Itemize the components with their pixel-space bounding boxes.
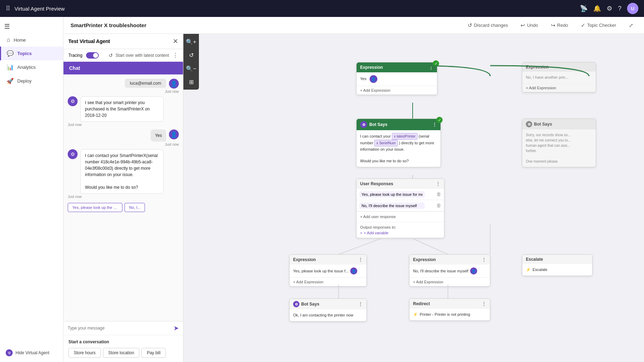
expression-no-node: Expression ⋮ No, I'll describe the issue… — [409, 254, 490, 286]
bot-says-avatar: ⚙ — [360, 121, 367, 128]
undo-icon: ↩ — [521, 22, 525, 29]
start-conversation: Start a conversation Store hours Store l… — [63, 335, 183, 362]
option-no-button[interactable]: No, I... — [124, 203, 145, 212]
expr-yes-dots[interactable]: ⋮ — [358, 257, 363, 263]
zoom-controls: 🔍+ ↺ 🔍− ⊞ — [183, 34, 199, 90]
discard-changes-button[interactable]: ↺ Discard changes — [464, 21, 512, 30]
expr-user-avatar: 👤 — [370, 75, 377, 83]
topics-icon: 💬 — [7, 50, 14, 57]
topic-checker-label: Topic Checker — [587, 23, 616, 28]
bot-says-right-header: ⚙ Bot Says — [522, 119, 596, 129]
bell-icon[interactable]: 🔔 — [593, 5, 601, 12]
user-email-bubble: luca@email.com — [125, 79, 166, 88]
redirect-dots[interactable]: ⋮ — [481, 301, 486, 307]
redo-button[interactable]: ↪ Redo — [547, 21, 572, 30]
add-expr-no-button[interactable]: + Add Expression — [409, 277, 490, 286]
response-input-no[interactable] — [359, 203, 425, 209]
page-title: SmartPrinter X troubleshooter — [71, 22, 458, 28]
bot-says-right-node: ⚙ Bot Says Sorry, our records show so...… — [522, 119, 596, 167]
var-tag-serial: x SerielNum — [374, 140, 397, 146]
avatar[interactable]: U — [627, 3, 638, 14]
grid-icon[interactable]: ⠿ — [6, 5, 10, 12]
app-title: Virtual Agent Preview — [14, 6, 576, 12]
expression-right-label: Expression — [526, 65, 549, 70]
bot-says-bottom-body: Ok, I am contacting the printer now — [290, 309, 366, 321]
sidebar-item-topics[interactable]: 💬 Topics — [0, 47, 63, 60]
store-location-button[interactable]: Store location — [103, 348, 139, 358]
gear-icon[interactable]: ⚙ — [607, 5, 612, 12]
message-time: Just now — [165, 143, 179, 146]
zoom-out-button[interactable]: 🔍− — [185, 62, 198, 75]
sidebar-item-deploy[interactable]: 🚀 Deploy — [0, 74, 63, 88]
bot-says-right-body: Sorry, our records show so...else, let m… — [522, 129, 596, 167]
chat-header-label: Chat — [69, 65, 80, 71]
expr-yes-body: Yes, please look up the issue f... 👤 — [290, 265, 366, 277]
sidebar-item-home[interactable]: ⌂ Home — [0, 33, 63, 47]
chat-option-buttons: Yes, please look up the issue for me No,… — [68, 201, 179, 213]
home-icon: ⌂ — [7, 37, 10, 43]
va-panel-more-icon[interactable]: ⋮ — [172, 52, 178, 59]
zoom-reset-button[interactable]: ↺ — [185, 49, 198, 61]
canvas-inner: ✓ Expression ⋮ Yes 👤 + Add Expression — [183, 34, 644, 362]
tracing-label: Tracing — [68, 53, 83, 58]
chat-messages: 👤 luca@email.com Just now ⚙ I see that y… — [63, 74, 183, 218]
user-avatar: 👤 — [169, 79, 179, 89]
expand-button[interactable]: ⤢ — [625, 21, 637, 30]
add-user-response-button[interactable]: + Add user response — [357, 211, 444, 222]
top-nav: ⠿ Virtual Agent Preview 📡 🔔 ⚙ ? U — [0, 0, 644, 17]
tracing-toggle[interactable] — [86, 52, 99, 59]
undo-label: Undo — [527, 23, 538, 28]
bot-message-with-avatar: ⚙ I can contact your SmartPrinterX(seria… — [68, 149, 179, 194]
bot-says-dots[interactable]: ⋮ — [432, 122, 437, 127]
sidebar-home-label: Home — [14, 37, 26, 43]
add-expression-right-button[interactable]: + Add Expression — [522, 83, 596, 92]
user-responses-dots[interactable]: ⋮ — [436, 181, 441, 187]
chat-input[interactable] — [68, 326, 171, 331]
expr-no-avatar: 👤 — [470, 267, 477, 274]
cast-icon[interactable]: 📡 — [580, 5, 588, 12]
bot-bottom-dots[interactable]: ⋮ — [358, 301, 363, 307]
expression-top-node: ✓ Expression ⋮ Yes 👤 + Add Expression — [356, 62, 437, 95]
va-panel-controls: Tracing ↺ Start over with latest content… — [63, 49, 183, 62]
chat-area: Chat 👤 luca@email.com Just now ⚙ — [63, 62, 183, 321]
help-icon[interactable]: ? — [618, 5, 621, 12]
add-expr-yes-button[interactable]: + Add Expression — [290, 277, 366, 286]
hide-va-button[interactable]: ⚙ Hide Virtual Agent — [0, 344, 63, 362]
svg-line-2 — [339, 239, 381, 254]
bot-bottom-avatar: ⚙ — [293, 301, 299, 307]
message-time: Just now — [68, 123, 81, 127]
expr-no-dots[interactable]: ⋮ — [481, 257, 486, 263]
va-panel-close-button[interactable]: ✕ — [173, 37, 178, 45]
start-over-label: Start over with latest content — [116, 53, 169, 58]
option-yes-button[interactable]: Yes, please look up the issue for me — [68, 203, 122, 212]
expression-top-header: Expression ⋮ — [357, 62, 437, 72]
va-bottom-icon: ⚙ — [8, 351, 11, 355]
store-hours-button[interactable]: Store hours — [68, 348, 101, 358]
delete-response-no-icon[interactable]: 🗑 — [436, 202, 441, 209]
start-over-button[interactable]: ↺ Start over with latest content — [109, 53, 169, 58]
expression-right-body: No, I have another prin... — [522, 72, 596, 83]
canvas-area: 🔍+ ↺ 🔍− ⊞ — [183, 34, 644, 362]
expression-top-label: Expression — [360, 65, 383, 70]
expression-top-dots[interactable]: ⋮ — [429, 65, 433, 70]
sidebar-item-analytics[interactable]: 📊 Analytics — [0, 60, 63, 74]
response-input-yes[interactable] — [359, 191, 425, 198]
sidebar-toggle[interactable]: ☰ — [0, 20, 63, 33]
add-expression-button[interactable]: + Add Expression — [357, 86, 437, 95]
delete-response-icon[interactable]: 🗑 — [436, 191, 441, 198]
fit-button[interactable]: ⊞ — [185, 76, 198, 88]
output-label: Output responses to: — [360, 225, 441, 229]
topic-checker-button[interactable]: ✓ Topic Checker — [577, 21, 620, 30]
undo-button[interactable]: ↩ Undo — [517, 21, 541, 30]
pay-bill-button[interactable]: Pay bill — [141, 348, 166, 358]
send-button[interactable]: ➤ — [174, 324, 179, 332]
discard-icon: ↺ — [468, 22, 472, 29]
toolbar: SmartPrinter X troubleshooter ↺ Discard … — [63, 17, 644, 34]
zoom-in-button[interactable]: 🔍+ — [185, 35, 198, 48]
user-bubble: Yes — [151, 129, 166, 141]
main-content: SmartPrinter X troubleshooter ↺ Discard … — [63, 17, 644, 362]
bot-says-header: ⚙ Bot Says ⋮ — [357, 119, 441, 130]
expr-yes-header: Expression ⋮ — [290, 255, 366, 265]
add-variable-button[interactable]: + + Add variable — [360, 231, 441, 235]
escalate-header: Escalate — [522, 255, 592, 264]
